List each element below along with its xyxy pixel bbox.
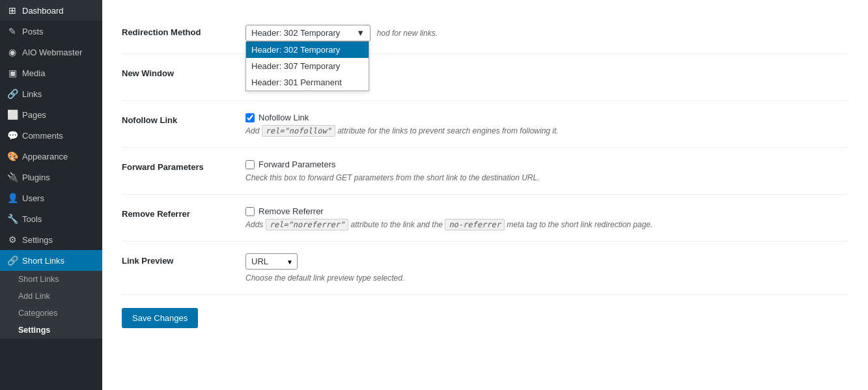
comments-icon: 💬 [7,130,18,141]
pages-icon: ⬜ [7,109,18,120]
link-preview-control: URL ▼ Choose the default link preview ty… [245,253,848,283]
sidebar-item-short-links[interactable]: 🔗 Short Links [0,250,102,271]
remove-referrer-description: Adds rel="noreferrer" attribute to the l… [245,220,848,229]
content-area: Redirection Method Header: 302 Temporary… [102,0,868,390]
redirection-option-302[interactable]: Header: 302 Temporary [246,42,369,58]
sidebar-item-dashboard[interactable]: ⊞ Dashboard [0,0,102,21]
sidebar-item-label: Short Links [22,256,64,266]
redirection-option-301[interactable]: Header: 301 Permanent [246,74,369,91]
sidebar-item-short-links-list[interactable]: Short Links [0,271,102,288]
media-icon: ▣ [7,68,18,78]
nofollow-checkbox[interactable] [245,113,255,122]
sidebar-item-comments[interactable]: 💬 Comments [0,125,102,146]
nofollow-code: rel="nofollow" [262,125,335,137]
sidebar-item-label: AIO Webmaster [22,48,82,57]
nofollow-checkbox-label: Nofollow Link [259,113,309,122]
no-referrer-code: no-referrer [445,219,504,230]
remove-referrer-row: Remove Referrer Remove Referrer Adds rel… [122,195,848,242]
remove-referrer-text1: Adds [245,220,266,229]
sidebar-item-add-link[interactable]: Add Link [0,288,102,305]
sidebar-item-users[interactable]: 👤 Users [0,188,102,208]
forward-checkbox[interactable] [245,160,255,169]
sidebar-item-label: Users [22,193,44,203]
appearance-icon: 🎨 [7,151,18,161]
redirection-dropdown-container: Header: 302 Temporary ▼ Header: 302 Temp… [245,25,438,42]
remove-referrer-control: Remove Referrer Adds rel="noreferrer" at… [245,206,848,229]
sidebar-item-label: Media [22,68,45,78]
remove-referrer-checkbox-label: Remove Referrer [259,206,324,216]
sidebar-item-label: Plugins [22,173,50,182]
nofollow-description: Add rel="nofollow" attribute for the lin… [245,126,848,135]
new-window-label: New Window [122,66,245,78]
sidebar-item-label: Appearance [22,152,68,161]
redirection-method-row: Redirection Method Header: 302 Temporary… [122,13,848,54]
nofollow-checkbox-row: Nofollow Link [245,113,848,122]
sidebar-item-pages[interactable]: ⬜ Pages [0,104,102,125]
sidebar-item-tools[interactable]: 🔧 Tools [0,208,102,229]
nofollow-desc-text2: attribute for the links to prevent searc… [335,126,559,135]
main-content: Redirection Method Header: 302 Temporary… [102,0,868,390]
nofollow-link-control: Nofollow Link Add rel="nofollow" attribu… [245,113,848,135]
submenu-label: Short Links [18,275,59,284]
redirection-dropdown-list: Header: 302 Temporary Header: 307 Tempor… [245,42,369,91]
redirection-dropdown-header[interactable]: Header: 302 Temporary ▼ [246,25,370,41]
submenu-label: Add Link [18,292,50,301]
sidebar-item-label: Pages [22,110,46,120]
sidebar-item-label: Posts [22,27,44,36]
redirection-method-control: Header: 302 Temporary ▼ Header: 302 Temp… [245,25,848,42]
sidebar-item-categories[interactable]: Categories [0,305,102,322]
sidebar-item-appearance[interactable]: 🎨 Appearance [0,146,102,167]
sidebar-item-aio-webmaster[interactable]: ◉ AIO Webmaster [0,42,102,63]
url-select-wrapper: URL ▼ [245,253,298,270]
rel-noreferrer-code: rel="noreferrer" [266,219,349,230]
forward-checkbox-row: Forward Parameters [245,160,848,169]
sidebar-item-label: Tools [22,214,42,224]
save-changes-button[interactable]: Save Changes [122,308,198,328]
remove-referrer-checkbox-row: Remove Referrer [245,206,848,216]
forward-description: Check this box to forward GET parameters… [245,173,848,182]
sidebar: ⊞ Dashboard ✎ Posts ◉ AIO Webmaster ▣ Me… [0,0,102,390]
sidebar-item-media[interactable]: ▣ Media [0,63,102,83]
aio-icon: ◉ [7,47,18,57]
forward-parameters-row: Forward Parameters Forward Parameters Ch… [122,148,848,195]
sidebar-item-plugins[interactable]: 🔌 Plugins [0,167,102,188]
sidebar-item-settings[interactable]: ⚙ Settings [0,229,102,250]
dashboard-icon: ⊞ [7,5,18,16]
link-preview-row: Link Preview URL ▼ Choose the default li… [122,242,848,295]
sidebar-item-links[interactable]: 🔗 Links [0,83,102,104]
nofollow-link-label: Nofollow Link [122,113,245,125]
redirection-description-suffix: hod for new links. [377,29,438,38]
remove-referrer-checkbox[interactable] [245,207,255,216]
redirection-method-label: Redirection Method [122,25,245,37]
link-preview-description: Choose the default link preview type sel… [245,273,848,283]
sidebar-item-settings-sub[interactable]: Settings [0,322,102,339]
save-button-row: Save Changes [122,295,848,335]
sidebar-item-label: Links [22,89,42,99]
redirection-option-307[interactable]: Header: 307 Temporary [246,58,369,74]
submenu-label: Categories [18,309,57,318]
link-preview-label: Link Preview [122,253,245,266]
users-icon: 👤 [7,193,18,203]
forward-checkbox-label: Forward Parameters [259,160,335,169]
plugins-icon: 🔌 [7,172,18,182]
dropdown-arrow-icon: ▼ [356,28,365,38]
redirection-selected-value: Header: 302 Temporary [251,28,340,38]
sidebar-item-posts[interactable]: ✎ Posts [0,21,102,42]
settings-icon: ⚙ [7,234,18,245]
tools-icon: 🔧 [7,214,18,224]
sidebar-item-label: Dashboard [22,6,64,16]
remove-referrer-label: Remove Referrer [122,206,245,219]
nofollow-link-row: Nofollow Link Nofollow Link Add rel="nof… [122,101,848,148]
link-preview-select[interactable]: URL [245,253,298,270]
remove-referrer-text2: attribute to the link and the [348,220,445,229]
redirection-dropdown[interactable]: Header: 302 Temporary ▼ Header: 302 Temp… [245,25,371,42]
short-links-icon: 🔗 [7,255,18,266]
submenu-label: Settings [18,326,50,335]
sidebar-item-label: Comments [22,131,63,141]
nofollow-desc-text1: Add [245,126,262,135]
posts-icon: ✎ [7,26,18,36]
remove-referrer-text3: meta tag to the short link redirection p… [505,220,652,229]
forward-parameters-control: Forward Parameters Check this box to for… [245,160,848,182]
sidebar-item-label: Settings [22,235,53,245]
new-window-row: New Window New Window Open link in new w… [122,54,848,101]
